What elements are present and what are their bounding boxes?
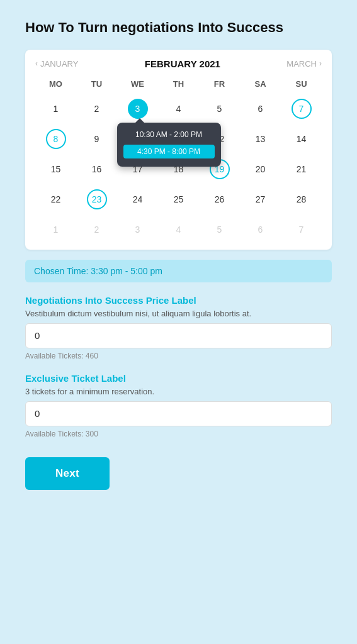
ticket-1-input-wrapper [25,323,332,348]
day-27[interactable]: 27 [240,186,281,213]
next-month-button[interactable]: MARCH › [286,59,322,69]
tooltip-time1[interactable]: 10:30 AM - 2:00 PM [123,128,215,142]
chevron-right-icon: › [319,59,322,68]
day-21[interactable]: 21 [281,155,322,183]
day-14[interactable]: 14 [281,125,322,153]
ticket-2-description: 3 tickets for a minimum reservation. [25,387,332,396]
day-header-tu: TU [76,77,117,91]
ticket-2-input-wrapper [25,401,332,426]
day-header-su: SU [281,77,322,91]
day-next-6[interactable]: 6 [240,216,281,243]
day-7[interactable]: 7 [281,95,322,123]
day-2[interactable]: 2 [76,95,117,123]
chosen-time-value: 3:30 pm - 5:00 pm [91,266,162,276]
chosen-time-label: Chosen Time: [34,266,88,276]
day-16[interactable]: 16 [76,155,117,183]
day-headers: MO TU WE TH FR SA SU [35,77,322,91]
day-header-we: WE [117,77,158,91]
day-13[interactable]: 13 [240,125,281,153]
calendar-nav: ‹ JANUARY FEBRUARY 2021 MARCH › [35,58,322,69]
prev-month-label: JANUARY [40,59,78,69]
day-3-selected[interactable]: 3 10:30 AM - 2:00 PM 4:30 PM - 8:00 PM [117,95,158,123]
ticket-section-2: Exclusive Ticket Label 3 tickets for a m… [25,373,332,438]
day-1[interactable]: 1 [35,95,76,123]
day-25[interactable]: 25 [158,186,199,213]
current-month-label: FEBRUARY 2021 [145,58,220,69]
next-button[interactable]: Next [25,457,110,490]
day-next-2[interactable]: 2 [76,216,117,243]
ticket-1-available: Available Tickets: 460 [25,352,332,360]
ticket-2-input[interactable] [35,408,322,419]
day-header-mo: MO [35,77,76,91]
ticket-1-description: Vestibulum dictum vestibulum nisi, ut al… [25,309,332,318]
chevron-left-icon: ‹ [35,59,38,68]
day-5[interactable]: 5 [199,95,240,123]
day-3-circle: 3 [128,99,148,119]
day-20[interactable]: 20 [240,155,281,183]
day-header-fr: FR [199,77,240,91]
next-month-label: MARCH [286,59,317,69]
page-title: How To Turn negotiations Into Success [25,19,332,37]
day-next-4[interactable]: 4 [158,216,199,243]
ticket-2-label: Exclusive Ticket Label [25,373,332,384]
day-3-tooltip-wrapper: 3 10:30 AM - 2:00 PM 4:30 PM - 8:00 PM [128,99,148,119]
day-9[interactable]: 9 [76,125,117,153]
day-next-1[interactable]: 1 [35,216,76,243]
day-next-7[interactable]: 7 [281,216,322,243]
day-8[interactable]: 8 [35,125,76,153]
day-next-5[interactable]: 5 [199,216,240,243]
day-next-3[interactable]: 3 [117,216,158,243]
day-header-th: TH [158,77,199,91]
ticket-section-1: Negotiations Into Success Price Label Ve… [25,295,332,360]
day-28[interactable]: 28 [281,186,322,213]
calendar: ‹ JANUARY FEBRUARY 2021 MARCH › MO TU WE… [25,50,332,250]
ticket-2-available: Available Tickets: 300 [25,430,332,438]
day-header-sa: SA [240,77,281,91]
day-23[interactable]: 23 [76,186,117,213]
ticket-1-label: Negotiations Into Success Price Label [25,295,332,306]
day-22[interactable]: 22 [35,186,76,213]
calendar-days: 1 2 3 10:30 AM - 2:00 PM 4:30 PM - 8:00 … [35,95,322,243]
day-6[interactable]: 6 [240,95,281,123]
day-26[interactable]: 26 [199,186,240,213]
day-15[interactable]: 15 [35,155,76,183]
chosen-time-bar: Chosen Time: 3:30 pm - 5:00 pm [25,260,332,282]
day-24[interactable]: 24 [117,186,158,213]
tooltip-time2[interactable]: 4:30 PM - 8:00 PM [123,145,215,158]
day-4[interactable]: 4 [158,95,199,123]
prev-month-button[interactable]: ‹ JANUARY [35,59,78,69]
day-3-tooltip: 10:30 AM - 2:00 PM 4:30 PM - 8:00 PM [117,123,221,167]
ticket-1-input[interactable] [35,330,322,341]
